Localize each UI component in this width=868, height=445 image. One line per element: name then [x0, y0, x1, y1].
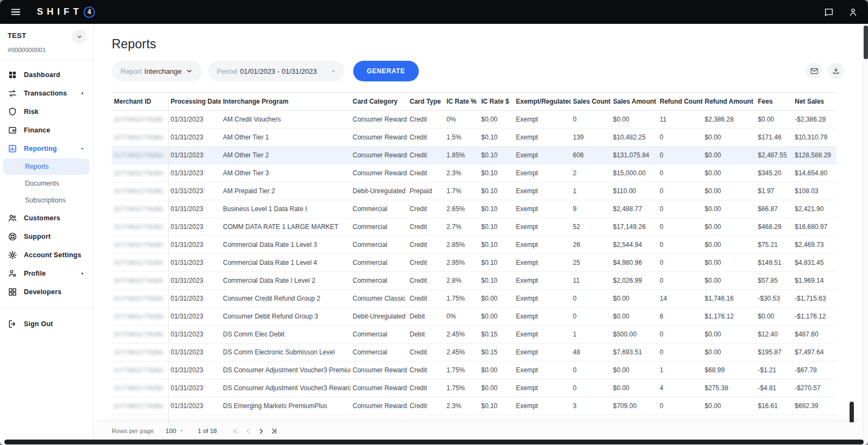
sidebar-item-reports[interactable]: Reports	[3, 158, 90, 175]
table-cell: $0.00	[703, 397, 756, 415]
table-row[interactable]: 2177901177628101/31/2023DS Comm Electron…	[112, 344, 837, 361]
sidebar-item-subscriptions[interactable]: Subscriptions	[3, 192, 90, 208]
sidebar-item-label: Developers	[24, 288, 61, 296]
column-header-merchant-id: Merchant ID	[112, 93, 168, 111]
table-row[interactable]: 2177901177628101/31/2023DS Comm Elec Deb…	[112, 326, 837, 344]
sidebar-item-risk[interactable]: Risk	[0, 103, 93, 121]
vertical-scrollbar-thumb[interactable]	[864, 26, 868, 59]
table-row[interactable]: 2177901177628101/31/2023AM Other Tier 1C…	[112, 129, 837, 147]
table-cell: Exempt	[514, 236, 571, 254]
vertical-scrollbar[interactable]	[863, 24, 868, 440]
sidebar-item-documents[interactable]: Documents	[3, 175, 90, 192]
sidebar-item-label: Account Settings	[24, 251, 81, 259]
table-row[interactable]: 2177901177628101/31/2023DS Emerging Mark…	[112, 397, 837, 415]
table-cell: $2,544.94	[611, 236, 658, 254]
table-cell: Exempt	[514, 164, 571, 182]
table-row[interactable]: 2177901177628101/31/2023AM Credit Vouche…	[112, 111, 837, 129]
generate-button[interactable]: GENERATE	[353, 61, 419, 81]
table-cell: 0	[658, 254, 703, 272]
period-dropdown[interactable]: Period 01/01/2023 - 01/31/2023	[208, 61, 344, 81]
report-dropdown-value: Interchange	[144, 67, 182, 75]
table-row[interactable]: 2177901177628101/31/2023AM Other Tier 3C…	[112, 164, 837, 182]
table-cell: AM Credit Vouchers	[221, 111, 350, 129]
table-cell: -$270.57	[793, 379, 837, 397]
sidebar-nav: Dashboard Transactions Risk Finance Repo…	[0, 60, 93, 333]
table-row[interactable]: 2177901177628101/31/2023DS Consumer Adju…	[112, 361, 837, 379]
column-header-net-sales: Net Sales	[793, 93, 837, 111]
sidebar-item-transactions[interactable]: Transactions	[0, 84, 93, 103]
sidebar-item-developers[interactable]: Developers	[0, 283, 93, 301]
account-switcher-button[interactable]	[72, 29, 86, 43]
sign-out-button[interactable]: Sign Out	[0, 315, 93, 333]
table-row[interactable]: 2177901177628101/31/2023DS Consumer Adju…	[112, 379, 837, 397]
shield-icon	[8, 107, 17, 117]
table-row[interactable]: 2177901177628101/31/2023Commercial Data …	[112, 236, 837, 254]
sidebar-item-support[interactable]: Support	[0, 227, 93, 246]
first-page-button[interactable]	[231, 427, 239, 435]
table-row[interactable]: 2177901177628101/31/2023COMM DATA RATE 1…	[112, 218, 837, 236]
table-cell: Commercial Data Rate I Level 2	[221, 272, 350, 290]
column-header-card-type: Card Type	[407, 93, 444, 111]
table-cell: Commercial Data Rate 1 Level 3	[221, 236, 350, 254]
hamburger-menu-icon[interactable]	[10, 6, 22, 18]
table-row[interactable]: 2177901177628101/31/2023Commercial Data …	[112, 272, 837, 290]
sidebar-item-dashboard[interactable]: Dashboard	[0, 66, 93, 84]
table-cell: 2.65%	[444, 200, 479, 218]
column-header-ic-rate-: IC Rate $	[479, 93, 514, 111]
chat-icon[interactable]	[824, 7, 834, 17]
table-cell: 0	[658, 164, 703, 182]
table-cell: $149.51	[756, 254, 793, 272]
table-cell: Exempt	[514, 344, 571, 361]
table-row[interactable]: 2177901177628101/31/2023Consumer Credit …	[112, 290, 837, 308]
download-report-button[interactable]	[828, 63, 844, 79]
table-cell: 1.75%	[444, 290, 479, 308]
merchant-id-cell: 21779011776281	[112, 290, 168, 308]
table-cell: 11	[658, 111, 703, 129]
table-cell: 26	[571, 236, 611, 254]
table-cell: $0.00	[703, 236, 756, 254]
table-cell: $692.39	[793, 397, 837, 415]
table-cell: $2,386.28	[703, 111, 756, 129]
table-cell: Consumer Rewards	[350, 397, 407, 415]
table-cell: 2.45%	[444, 326, 479, 344]
table-cell: $0.10	[479, 236, 514, 254]
table-row[interactable]: 2177901177628101/31/2023Consumer Debit R…	[112, 308, 837, 326]
main-content: Reports Report Interchange Period 01/01/…	[93, 24, 863, 445]
sidebar-item-finance[interactable]: Finance	[0, 121, 93, 139]
table-cell: Credit	[407, 344, 444, 361]
sidebar-item-label: Transactions	[24, 90, 67, 97]
table-row[interactable]: 2177901177628101/31/2023AM Other Tier 2C…	[112, 147, 837, 164]
sidebar-item-label: Profile	[24, 270, 46, 277]
column-header-processing-date: Processing Date	[168, 93, 221, 111]
table-cell: $0.00	[479, 308, 514, 326]
table-cell: Debit-Unregulated	[350, 182, 407, 200]
sidebar-item-customers[interactable]: Customers	[0, 209, 93, 227]
report-type-dropdown[interactable]: Report Interchange	[112, 61, 202, 81]
sidebar-item-account-settings[interactable]: Account Settings	[0, 246, 93, 264]
sign-out-label: Sign Out	[24, 320, 53, 328]
table-row[interactable]: 2177901177628101/31/2023Business Level 1…	[112, 200, 837, 218]
column-header-card-category: Card Category	[350, 93, 407, 111]
table-row[interactable]: 2177901177628101/31/2023Commercial Data …	[112, 254, 837, 272]
table-cell: 0	[571, 361, 611, 379]
sidebar-item-profile[interactable]: Profile	[0, 264, 93, 283]
rows-per-page-select[interactable]: 100	[165, 428, 183, 434]
table-cell: 0	[658, 218, 703, 236]
horizontal-scrollbar-thumb[interactable]	[4, 440, 864, 444]
table-cell: $0.00	[611, 379, 658, 397]
email-report-button[interactable]	[806, 63, 822, 79]
last-page-button[interactable]	[270, 427, 278, 435]
sidebar-item-reporting[interactable]: Reporting	[0, 139, 93, 158]
next-page-button[interactable]	[257, 427, 265, 435]
table-header-row: Merchant IDProcessing DateInterchange Pr…	[112, 93, 837, 111]
table-cell: $171.46	[756, 129, 793, 147]
logo-badge: 4	[84, 7, 95, 18]
table-cell: Credit	[407, 272, 444, 290]
previous-page-button[interactable]	[244, 427, 252, 435]
table-cell: $345.20	[756, 164, 793, 182]
table-cell: 0	[658, 129, 703, 147]
customers-icon	[8, 213, 17, 223]
table-row[interactable]: 2177901177628101/31/2023AM Prepaid Tier …	[112, 182, 837, 200]
user-icon[interactable]	[848, 7, 858, 17]
merchant-id-cell: 21779011776281	[112, 218, 168, 236]
